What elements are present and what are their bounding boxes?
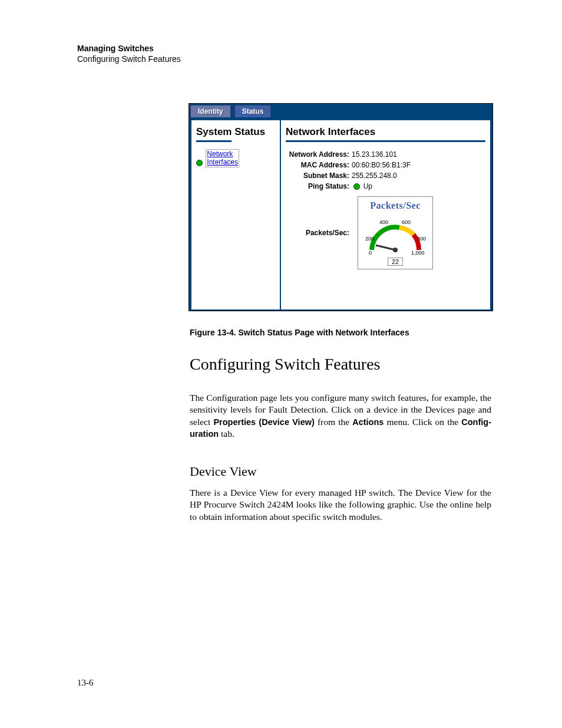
tick-200: 200	[365, 236, 374, 242]
mac-address-value: 00:60:B0:56:B1:3F	[352, 161, 411, 169]
title-rule	[286, 140, 485, 142]
p1-t3: menu. Click on the	[384, 417, 461, 427]
subsection-heading: Device View	[190, 464, 257, 479]
tick-800: 800	[417, 236, 426, 242]
row-network-address: Network Address:15.23.136.101	[286, 149, 485, 160]
figure-number: Figure 13-4.	[190, 328, 238, 337]
svg-point-1	[393, 248, 398, 252]
subnet-mask-label: Subnet Mask:	[286, 170, 349, 181]
gauge-icon: 0 200 400 600 800 1,000	[363, 215, 428, 256]
gauge-title: Packets/Sec	[363, 200, 428, 211]
gauge-box: Packets/Sec 0 200	[358, 196, 433, 269]
link-line2: Interfaces	[207, 158, 238, 166]
gauge-label: Packets/Sec:	[286, 229, 349, 237]
tab-identity[interactable]: Identity	[190, 105, 231, 117]
running-header: Managing Switches Configuring Switch Fea…	[77, 43, 181, 64]
status-dot-icon	[196, 160, 203, 166]
subnet-mask-value: 255.255.248.0	[352, 172, 397, 180]
tick-400: 400	[379, 219, 388, 225]
left-panel: System Status Network Interfaces	[191, 120, 280, 309]
ping-status-text: Up	[363, 182, 372, 190]
network-address-value: 15.23.136.101	[352, 150, 397, 159]
tick-1000: 1,000	[411, 250, 425, 256]
figure-screenshot: Identity Status System Status Network In…	[189, 103, 493, 311]
header-subtitle: Configuring Switch Features	[77, 54, 181, 64]
row-subnet-mask: Subnet Mask:255.255.248.0	[286, 170, 485, 181]
network-interfaces-title: Network Interfaces	[286, 126, 485, 138]
status-dot-icon	[353, 183, 360, 190]
mac-address-label: MAC Address:	[286, 160, 349, 170]
gauge-value: 22	[388, 258, 403, 266]
ping-status-value: Up	[353, 182, 372, 190]
p2-t1: There is a Device View for every managed…	[190, 487, 491, 522]
panel-row: System Status Network Interfaces Network…	[189, 120, 492, 312]
section-heading: Configuring Switch Features	[190, 355, 381, 374]
tab-bar: Identity Status	[189, 104, 492, 120]
ping-status-label: Ping Status:	[286, 181, 349, 192]
system-status-title: System Status	[196, 126, 275, 138]
network-address-label: Network Address:	[286, 149, 349, 160]
title-rule	[196, 140, 232, 142]
row-mac-address: MAC Address:00:60:B0:56:B1:3F	[286, 160, 485, 170]
p1-t2: from the	[315, 417, 352, 427]
page-number: 13-6	[77, 678, 94, 688]
header-title: Managing Switches	[77, 43, 181, 54]
svg-line-0	[376, 245, 395, 250]
p1-t4: tab.	[219, 429, 234, 439]
right-panel: Network Interfaces Network Address:15.23…	[281, 120, 490, 309]
network-interfaces-link[interactable]: Network Interfaces	[206, 149, 239, 167]
p1-b1: Properties (Device View)	[213, 417, 314, 427]
tab-status[interactable]: Status	[234, 105, 272, 117]
paragraph-device-view: There is a Device View for every managed…	[190, 487, 491, 523]
gauge-section: Packets/Sec: Packets/Sec	[286, 196, 485, 269]
page: Managing Switches Configuring Switch Fea…	[0, 0, 562, 728]
link-line1: Network	[207, 150, 233, 158]
sidebar-item-network-interfaces[interactable]: Network Interfaces	[196, 149, 275, 167]
gauge-row: Packets/Sec: Packets/Sec	[286, 196, 485, 269]
p1-b2: Actions	[352, 417, 384, 427]
tick-0: 0	[369, 250, 372, 256]
paragraph-config: The Configuration page lets you configur…	[190, 392, 491, 440]
tick-600: 600	[402, 219, 411, 225]
row-ping-status: Ping Status: Up	[286, 181, 485, 192]
figure-caption: Figure 13-4. Switch Status Page with Net…	[190, 328, 409, 337]
figure-caption-text: Switch Status Page with Network Interfac…	[238, 328, 409, 337]
